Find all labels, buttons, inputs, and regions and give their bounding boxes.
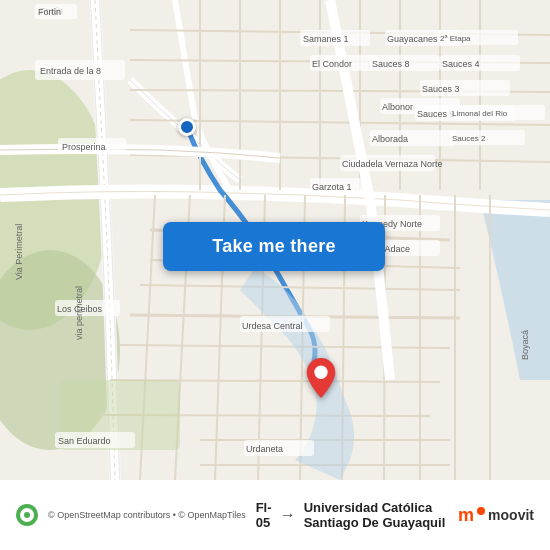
svg-text:Via Perimetral: Via Perimetral — [14, 224, 24, 280]
svg-text:Garzota 1: Garzota 1 — [312, 182, 352, 192]
svg-text:San Eduardo: San Eduardo — [58, 436, 111, 446]
svg-text:Entrada de la 8: Entrada de la 8 — [40, 66, 101, 76]
svg-text:Samanes 1: Samanes 1 — [303, 34, 349, 44]
svg-text:Sauces 4: Sauces 4 — [442, 59, 480, 69]
osm-logo-inner — [20, 508, 34, 522]
svg-text:Albonor: Albonor — [382, 102, 413, 112]
bottom-bar: © OpenStreetMap contributors • © OpenMap… — [0, 480, 550, 550]
svg-text:Sauces 2: Sauces 2 — [452, 134, 486, 143]
svg-text:Ciudadela Vernaza Norte: Ciudadela Vernaza Norte — [342, 159, 443, 169]
take-me-there-label: Take me there — [212, 236, 336, 257]
map-container: Entrada de la 8 Prosperina Los Ceibos Ur… — [0, 0, 550, 480]
svg-text:Fortin: Fortin — [38, 7, 61, 17]
svg-text:Urdesa Central: Urdesa Central — [242, 321, 303, 331]
svg-text:Boyacá: Boyacá — [520, 330, 530, 360]
svg-text:2ª Etapa: 2ª Etapa — [440, 34, 471, 43]
svg-point-86 — [314, 366, 327, 379]
user-location-dot — [178, 118, 196, 136]
route-info: Fl-05 → Universidad Católica Santiago De… — [256, 500, 448, 530]
map-attribution: © OpenStreetMap contributors • © OpenMap… — [48, 510, 246, 520]
svg-text:Prosperina: Prosperina — [62, 142, 106, 152]
route-arrow-icon: → — [280, 506, 296, 524]
destination-pin — [306, 358, 336, 402]
moovit-m-icon: m — [458, 505, 474, 526]
to-label: Universidad Católica Santiago De Guayaqu… — [304, 500, 448, 530]
moovit-dot-icon — [477, 507, 485, 515]
svg-text:Guayacanes: Guayacanes — [387, 34, 438, 44]
osm-logo — [16, 504, 38, 526]
moovit-logo: m moovit — [458, 505, 534, 526]
svg-text:Sauces 8: Sauces 8 — [372, 59, 410, 69]
svg-text:Sauces 9: Sauces 9 — [417, 109, 455, 119]
moovit-text: moovit — [488, 507, 534, 523]
svg-text:El Condor: El Condor — [312, 59, 352, 69]
svg-text:via perimetral: via perimetral — [74, 286, 84, 340]
svg-text:Alborada: Alborada — [372, 134, 408, 144]
svg-text:Sauces 3: Sauces 3 — [422, 84, 460, 94]
osm-logo-dot — [24, 512, 30, 518]
svg-text:Limonal del Rio: Limonal del Rio — [452, 109, 508, 118]
svg-text:Urdaneta: Urdaneta — [246, 444, 283, 454]
take-me-there-button[interactable]: Take me there — [163, 222, 385, 271]
from-label: Fl-05 — [256, 500, 272, 530]
